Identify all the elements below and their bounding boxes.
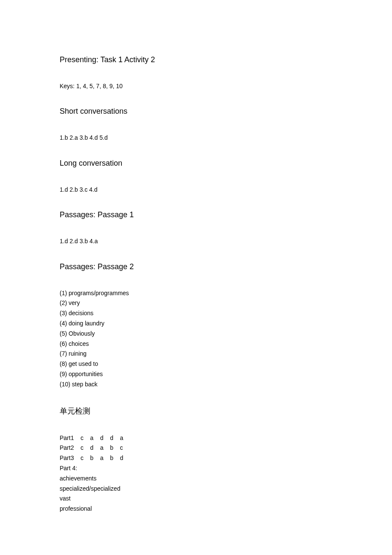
section-unit-test: 单元检测 Part1 c a d d a Part2 c d a b c Par…	[60, 406, 332, 514]
passage-2-item: (6) choices	[60, 339, 332, 349]
unit-test-part-word: vast	[60, 494, 332, 504]
unit-test-parts: Part1 c a d d a Part2 c d a b c Part3 c …	[60, 433, 332, 514]
passage-2-item: (5) Obviously	[60, 329, 332, 339]
presenting-heading: Presenting: Task 1 Activity 2	[60, 55, 332, 64]
unit-test-part-word: achievements	[60, 474, 332, 484]
presenting-keys: Keys: 1, 4, 5, 7, 8, 9, 10	[60, 81, 332, 91]
passage-2-item: (7) ruining	[60, 349, 332, 359]
section-passage-2: Passages: Passage 2 (1) programs/program…	[60, 262, 332, 390]
passage-2-item: (4) doing laundry	[60, 319, 332, 329]
short-conversations-heading: Short conversations	[60, 107, 332, 116]
passage-2-item: (1) programs/programmes	[60, 288, 332, 299]
section-long-conversation: Long conversation 1.d 2.b 3.c 4.d	[60, 159, 332, 194]
unit-test-part-word: specialized/specialized	[60, 484, 332, 494]
passage-2-items: (1) programs/programmes (2) very (3) dec…	[60, 288, 332, 390]
section-passage-1: Passages: Passage 1 1.d 2.d 3.b 4.a	[60, 210, 332, 246]
passage-2-item: (3) decisions	[60, 308, 332, 319]
unit-test-part-row: Part2 c d a b c	[60, 443, 332, 453]
unit-test-part-header: Part 4:	[60, 463, 332, 474]
passage-2-item: (2) very	[60, 298, 332, 308]
section-short-conversations: Short conversations 1.b 2.a 3.b 4.d 5.d	[60, 107, 332, 142]
short-conversations-answers: 1.b 2.a 3.b 4.d 5.d	[60, 133, 332, 142]
unit-test-part-row: Part3 c b a b d	[60, 453, 332, 463]
passage-2-heading: Passages: Passage 2	[60, 262, 332, 271]
unit-test-heading: 单元检测	[60, 406, 332, 416]
section-presenting: Presenting: Task 1 Activity 2 Keys: 1, 4…	[60, 55, 332, 91]
unit-test-part-word: professional	[60, 504, 332, 514]
unit-test-part-row: Part1 c a d d a	[60, 433, 332, 443]
passage-1-answers: 1.d 2.d 3.b 4.a	[60, 236, 332, 246]
passage-2-item: (9) opportunities	[60, 369, 332, 380]
passage-1-heading: Passages: Passage 1	[60, 210, 332, 219]
passage-2-item: (8) get used to	[60, 359, 332, 369]
long-conversation-heading: Long conversation	[60, 159, 332, 168]
passage-2-item: (10) step back	[60, 380, 332, 390]
long-conversation-answers: 1.d 2.b 3.c 4.d	[60, 185, 332, 194]
